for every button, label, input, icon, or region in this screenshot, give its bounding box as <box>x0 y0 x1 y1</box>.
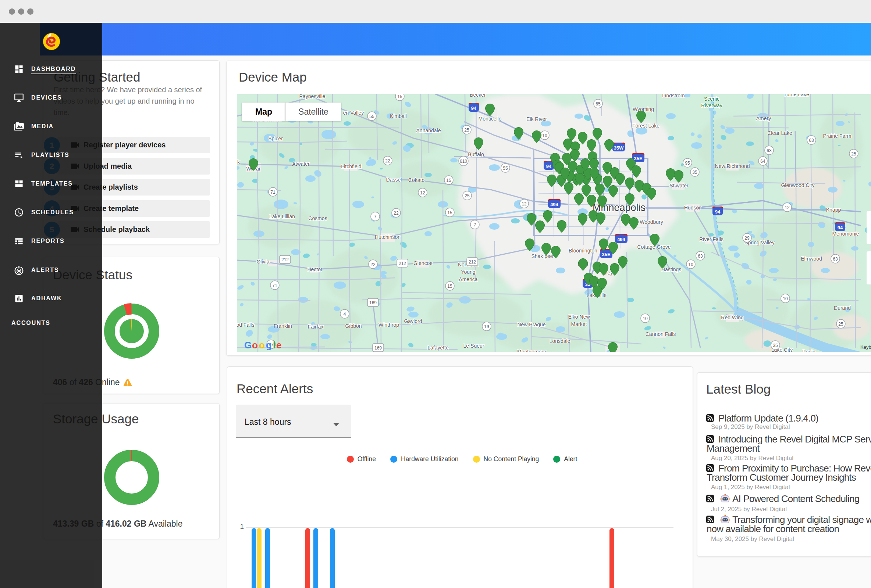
svg-text:Market: Market <box>571 321 587 327</box>
svg-text:10: 10 <box>688 262 693 267</box>
svg-text:65: 65 <box>596 101 601 107</box>
svg-text:12: 12 <box>522 201 527 206</box>
svg-text:Cokato: Cokato <box>408 177 425 183</box>
svg-text:10: 10 <box>542 133 547 138</box>
svg-text:Becker: Becker <box>470 94 486 98</box>
svg-text:Hastings: Hastings <box>661 266 681 272</box>
svg-text:94: 94 <box>715 209 721 215</box>
svg-text:22: 22 <box>370 262 376 267</box>
svg-text:Durand: Durand <box>834 305 851 311</box>
svg-text:Glenwood City: Glenwood City <box>781 182 814 188</box>
svg-text:Gibbon: Gibbon <box>345 323 362 329</box>
svg-text:Bloomington: Bloomington <box>569 248 597 254</box>
svg-text:94: 94 <box>838 225 843 230</box>
svg-text:Franklin: Franklin <box>274 323 292 329</box>
svg-text:15: 15 <box>397 94 403 99</box>
svg-text:Annandale: Annandale <box>416 127 441 133</box>
svg-text:Clear Lake: Clear Lake <box>767 130 792 136</box>
svg-text:Lake Lillian: Lake Lillian <box>269 213 295 219</box>
svg-text:169: 169 <box>374 345 382 351</box>
svg-text:64: 64 <box>760 159 765 164</box>
svg-text:19: 19 <box>484 324 489 329</box>
svg-text:l: l <box>273 340 275 351</box>
svg-text:55: 55 <box>503 166 508 171</box>
svg-text:22: 22 <box>385 158 390 164</box>
svg-text:35: 35 <box>692 170 697 175</box>
svg-text:25: 25 <box>838 322 843 327</box>
svg-text:94: 94 <box>546 164 552 169</box>
svg-text:71: 71 <box>272 283 277 288</box>
svg-text:Montgomery: Montgomery <box>517 349 546 352</box>
svg-text:o: o <box>259 340 265 351</box>
svg-text:Woodbury: Woodbury <box>640 219 663 225</box>
svg-text:Winthrop: Winthrop <box>379 322 399 328</box>
svg-text:America: America <box>459 276 478 282</box>
svg-text:95: 95 <box>685 161 690 166</box>
svg-text:7: 7 <box>374 214 377 219</box>
svg-text:Hector: Hector <box>307 266 323 272</box>
svg-text:212: 212 <box>399 261 406 266</box>
svg-text:en Valley: en Valley <box>343 110 364 116</box>
svg-text:25: 25 <box>464 127 469 133</box>
svg-text:New Richmond: New Richmond <box>715 163 750 169</box>
svg-text:o: o <box>252 340 258 351</box>
svg-text:Hutchinson: Hutchinson <box>375 234 401 240</box>
svg-text:Olivia: Olivia <box>256 259 269 264</box>
svg-text:25: 25 <box>851 151 856 157</box>
svg-text:25: 25 <box>465 193 470 198</box>
svg-text:35E: 35E <box>634 156 642 161</box>
svg-text:7: 7 <box>474 222 476 227</box>
svg-text:10: 10 <box>783 296 788 301</box>
svg-text:Cannon Falls: Cannon Falls <box>645 331 676 337</box>
svg-text:10: 10 <box>643 316 648 321</box>
svg-text:29: 29 <box>744 236 750 241</box>
svg-text:Le Sueur: Le Sueur <box>464 343 485 349</box>
svg-text:Elk River: Elk River <box>526 116 547 122</box>
svg-text:212: 212 <box>468 260 476 264</box>
svg-text:Kimball: Kimball <box>390 113 407 119</box>
svg-text:e: e <box>276 340 281 351</box>
svg-text:Menomonie: Menomonie <box>832 231 859 237</box>
svg-text:610: 610 <box>460 159 467 164</box>
svg-text:15: 15 <box>446 178 451 183</box>
svg-text:Riverway: Riverway <box>701 103 723 108</box>
svg-text:G: G <box>244 340 251 351</box>
svg-text:Fairfax: Fairfax <box>308 324 324 330</box>
svg-text:Lafayette: Lafayette <box>427 345 449 351</box>
svg-text:River Falls: River Falls <box>699 236 723 242</box>
svg-text:Monticello: Monticello <box>478 116 501 122</box>
svg-text:Knapp: Knapp <box>826 207 841 213</box>
svg-text:g: g <box>266 340 272 351</box>
svg-text:Atwater: Atwater <box>292 161 310 167</box>
svg-text:63: 63 <box>833 257 838 262</box>
svg-text:Elko New: Elko New <box>568 314 590 320</box>
svg-text:Litchfield: Litchfield <box>341 164 361 169</box>
svg-text:Turtle Lake: Turtle Lake <box>783 94 809 97</box>
svg-text:63: 63 <box>766 148 772 153</box>
svg-text:63: 63 <box>809 138 814 143</box>
svg-text:Amery: Amery <box>756 115 771 121</box>
svg-text:494: 494 <box>617 237 625 242</box>
svg-text:35: 35 <box>773 343 778 348</box>
svg-text:Spicer: Spicer <box>268 136 283 142</box>
svg-text:212: 212 <box>281 257 289 263</box>
svg-text:4: 4 <box>344 312 346 317</box>
svg-text:Keyb: Keyb <box>861 344 871 350</box>
svg-text:Elmwood: Elmwood <box>801 256 822 262</box>
svg-text:22: 22 <box>394 210 399 216</box>
svg-text:Young: Young <box>461 269 475 275</box>
svg-text:ood Falls: ood Falls <box>237 322 254 328</box>
svg-text:Scenic: Scenic <box>704 96 720 102</box>
svg-text:Red Wing: Red Wing <box>721 315 743 321</box>
svg-text:63: 63 <box>698 254 703 259</box>
svg-text:35E: 35E <box>602 252 610 257</box>
svg-text:Lonsdale: Lonsdale <box>549 338 570 344</box>
svg-text:ck: ck <box>237 159 240 165</box>
svg-text:Buffalo: Buffalo <box>468 151 484 157</box>
svg-text:Cosmos: Cosmos <box>308 215 327 221</box>
svg-text:Paynesville: Paynesville <box>299 94 326 99</box>
svg-text:Gaylord: Gaylord <box>404 318 422 324</box>
svg-text:Pepin: Pepin <box>802 349 816 352</box>
svg-text:494: 494 <box>550 202 558 207</box>
svg-text:94: 94 <box>471 106 477 111</box>
